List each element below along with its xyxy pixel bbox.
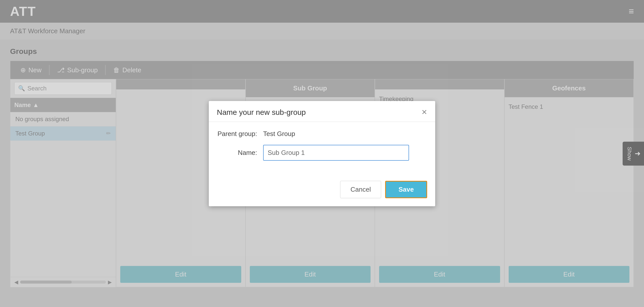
modal-footer: Cancel Save: [209, 176, 435, 206]
modal-dialog: Name your new sub-group ✕ Parent group: …: [209, 101, 435, 206]
save-button[interactable]: Save: [385, 181, 427, 198]
name-label: Name:: [217, 149, 257, 157]
modal-body: Parent group: Test Group Name:: [209, 122, 435, 176]
cancel-button[interactable]: Cancel: [340, 181, 381, 198]
parent-group-value: Test Group: [263, 130, 295, 138]
parent-group-label: Parent group:: [217, 130, 257, 138]
modal-header: Name your new sub-group ✕: [209, 101, 435, 122]
parent-group-row: Parent group: Test Group: [217, 130, 427, 138]
modal-close-button[interactable]: ✕: [421, 108, 427, 116]
name-input[interactable]: [263, 145, 409, 161]
modal-overlay: Name your new sub-group ✕ Parent group: …: [0, 0, 644, 307]
modal-title: Name your new sub-group: [217, 108, 306, 117]
name-row: Name:: [217, 145, 427, 161]
